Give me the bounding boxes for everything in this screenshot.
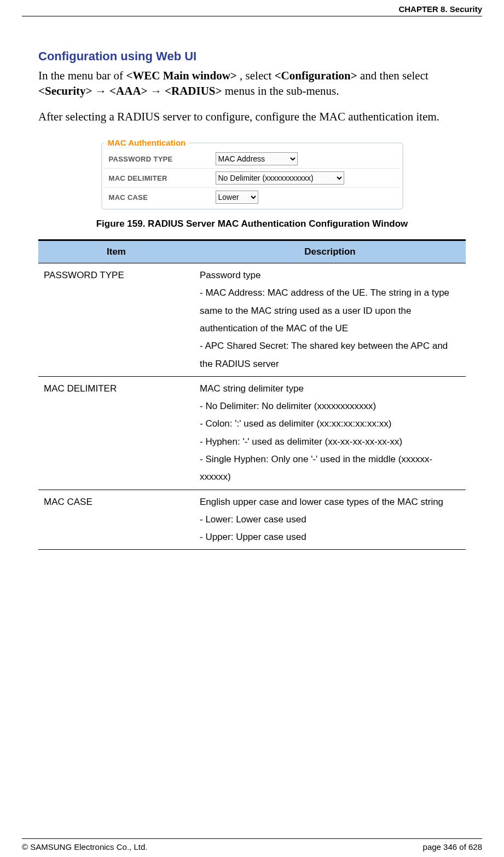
- bold-wec-main: <WEC Main window>: [126, 69, 236, 82]
- footer-page-number: page 346 of 628: [423, 842, 482, 852]
- figure-row-mac-delimiter: MAC DELIMITER No Delimiter (xxxxxxxxxxxx…: [105, 169, 400, 188]
- field-label: MAC CASE: [105, 193, 216, 202]
- chapter-header: CHAPTER 8. Security: [22, 0, 482, 16]
- text-span: In the menu bar of: [38, 69, 126, 82]
- intro-paragraph-2: After selecting a RADIUS server to confi…: [38, 109, 466, 124]
- col-header-item: Item: [38, 240, 194, 263]
- page-root: CHAPTER 8. Security Configuration using …: [0, 0, 504, 857]
- table-row: MAC CASE English upper case and lower ca…: [38, 490, 466, 550]
- cell-item: PASSWORD TYPE: [38, 263, 194, 377]
- cell-desc: English upper case and lower case types …: [194, 490, 466, 550]
- figure-row-password-type: PASSWORD TYPE MAC Address: [105, 149, 400, 169]
- figure-caption: Figure 159. RADIUS Server MAC Authentica…: [38, 218, 466, 229]
- bold-security: <Security>: [38, 84, 92, 97]
- password-type-select[interactable]: MAC Address: [216, 152, 298, 165]
- text-span: menus in the sub-menus.: [225, 84, 339, 97]
- description-table: Item Description PASSWORD TYPE Password …: [38, 239, 466, 550]
- mac-delimiter-select[interactable]: No Delimiter (xxxxxxxxxxxx): [216, 171, 344, 185]
- text-span: , select: [240, 69, 275, 82]
- field-label: MAC DELIMITER: [105, 174, 216, 182]
- mac-auth-fieldset: MAC Authentication PASSWORD TYPE MAC Add…: [101, 138, 403, 210]
- table-header-row: Item Description: [38, 240, 466, 263]
- figure-container: MAC Authentication PASSWORD TYPE MAC Add…: [38, 138, 466, 229]
- col-header-desc: Description: [194, 240, 466, 263]
- bold-aaa: <AAA>: [109, 84, 147, 97]
- cell-desc: MAC string delimiter type - No Delimiter…: [194, 376, 466, 490]
- table-row: MAC DELIMITER MAC string delimiter type …: [38, 376, 466, 490]
- intro-paragraph-1: In the menu bar of <WEC Main window> , s…: [38, 68, 466, 99]
- section-heading: Configuration using Web UI: [38, 49, 466, 64]
- cell-item: MAC CASE: [38, 490, 194, 550]
- cell-item: MAC DELIMITER: [38, 376, 194, 490]
- mac-case-select[interactable]: Lower: [216, 191, 258, 204]
- fieldset-legend: MAC Authentication: [105, 138, 189, 147]
- field-label: PASSWORD TYPE: [105, 155, 216, 163]
- figure-row-mac-case: MAC CASE Lower: [105, 188, 400, 206]
- bold-radius: <RADIUS>: [165, 84, 222, 97]
- content-area: Configuration using Web UI In the menu b…: [22, 16, 482, 838]
- bold-configuration: <Configuration>: [275, 69, 357, 82]
- cell-desc: Password type - MAC Address: MAC address…: [194, 263, 466, 377]
- arrow-icon: →: [150, 84, 165, 97]
- table-row: PASSWORD TYPE Password type - MAC Addres…: [38, 263, 466, 377]
- text-span: and then select: [360, 69, 428, 82]
- arrow-icon: →: [95, 84, 109, 97]
- page-footer: © SAMSUNG Electronics Co., Ltd. page 346…: [22, 838, 482, 857]
- footer-copyright: © SAMSUNG Electronics Co., Ltd.: [22, 842, 147, 852]
